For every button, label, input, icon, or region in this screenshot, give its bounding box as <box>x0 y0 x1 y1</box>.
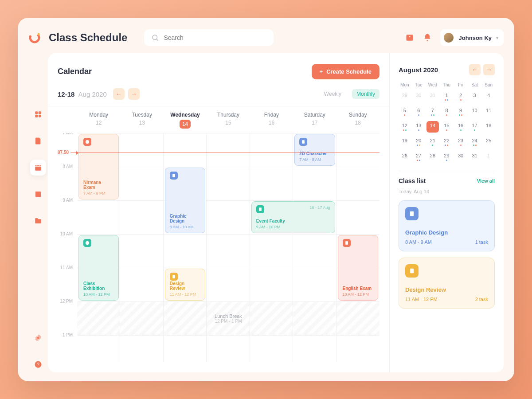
view-monthly[interactable]: Monthly <box>352 89 379 99</box>
hour-label: 10 AM <box>58 231 77 265</box>
mini-day-30[interactable]: 30 <box>413 91 425 102</box>
mini-day-29[interactable]: 29 <box>399 91 411 102</box>
mini-next-button[interactable]: → <box>483 64 495 75</box>
day-header-friday[interactable]: Friday 16 <box>250 112 293 129</box>
doc-icon <box>343 239 351 247</box>
svg-line-3 <box>156 39 158 41</box>
svg-point-12 <box>86 140 89 144</box>
user-menu[interactable]: Johnson Ky ▾ <box>440 29 504 46</box>
create-schedule-button[interactable]: + Create Schedule <box>312 64 379 79</box>
hour-label: 1 PM <box>58 332 77 362</box>
mini-day-27[interactable]: 27 <box>413 151 425 163</box>
view-weekly[interactable]: Weekly <box>320 89 346 99</box>
inbox-icon[interactable] <box>405 33 415 43</box>
mini-day-22[interactable]: 22 <box>441 136 453 148</box>
mini-day-2[interactable]: 2 <box>454 91 467 102</box>
mini-dow: Fri <box>454 82 467 87</box>
mini-day-31[interactable]: 31 <box>426 91 439 102</box>
mini-day-28[interactable]: 28 <box>426 151 439 163</box>
mini-day-4[interactable]: 4 <box>482 91 495 102</box>
mini-day-10[interactable]: 10 <box>469 106 481 117</box>
search-input[interactable] <box>164 34 266 41</box>
mini-day-23[interactable]: 23 <box>454 136 467 148</box>
next-week-button[interactable]: → <box>128 88 140 100</box>
mini-dow: Sat <box>469 82 481 87</box>
mini-day-8[interactable]: 8 <box>441 106 453 117</box>
nav-calendar[interactable] <box>30 160 46 176</box>
class-card-graphic design[interactable]: Graphic Design 8 AM - 9 AM 1 task <box>399 200 495 251</box>
mini-dow: Thu <box>441 82 453 87</box>
avatar <box>443 32 454 43</box>
nav-docs[interactable] <box>30 133 46 149</box>
mini-day-9[interactable]: 9 <box>454 106 467 117</box>
hour-label: 8 AM <box>58 164 77 198</box>
mini-dow: Tue <box>413 82 425 87</box>
mini-day-6[interactable]: 6 <box>413 106 425 117</box>
mini-day-17[interactable]: 17 <box>469 121 481 133</box>
mini-dow: Mon <box>399 82 411 87</box>
day-header-thursday[interactable]: Thursday 15 <box>207 112 250 129</box>
calendar-title: Calendar <box>58 67 92 76</box>
nav-book[interactable] <box>30 186 46 202</box>
mini-day-15[interactable]: 15 <box>441 121 453 133</box>
event-char2d[interactable]: 2D Character 7 AM - 8 AM <box>294 134 335 166</box>
mini-day-1[interactable]: 1 <box>441 91 453 102</box>
prev-week-button[interactable]: ← <box>113 88 125 100</box>
mini-day-1[interactable]: 1 <box>482 151 495 163</box>
mini-day-11[interactable]: 11 <box>482 106 495 117</box>
svg-point-1 <box>38 33 40 35</box>
mini-day-20[interactable]: 20 <box>413 136 425 148</box>
mini-day-26[interactable]: 26 <box>399 151 411 163</box>
mini-day-30[interactable]: 30 <box>454 151 467 163</box>
nav-folder[interactable] <box>30 213 46 229</box>
svg-text:?: ? <box>37 362 39 367</box>
mini-day-29[interactable]: 29 <box>441 151 453 163</box>
mini-day-7[interactable]: 7 <box>426 106 439 117</box>
doc-icon <box>405 207 419 220</box>
svg-point-2 <box>153 35 157 40</box>
chevron-down-icon: ▾ <box>496 35 498 40</box>
mini-day-3[interactable]: 3 <box>469 91 481 102</box>
nav-dashboard[interactable] <box>30 106 46 122</box>
svg-point-7 <box>39 115 41 117</box>
mini-day-13[interactable]: 13 <box>413 121 425 133</box>
day-header-tuesday[interactable]: Tuesday 13 <box>120 112 163 129</box>
mini-day-18[interactable]: 18 <box>482 121 495 133</box>
hour-label: 7 AM <box>58 133 77 164</box>
event-graphic[interactable]: Graphic Design 8 AM - 10 AM <box>165 168 205 233</box>
mini-day-19[interactable]: 19 <box>399 136 411 148</box>
mini-day-21[interactable]: 21 <box>426 136 439 148</box>
view-toggle: Weekly Monthly <box>320 89 379 99</box>
svg-rect-4 <box>35 111 38 114</box>
nav-help[interactable]: ? <box>30 356 46 372</box>
hour-label: 9 AM <box>58 198 77 231</box>
day-header-saturday[interactable]: Saturday 17 <box>293 112 336 129</box>
nav-settings[interactable] <box>30 330 46 346</box>
event-english[interactable]: English Exam 10 AM - 12 PM <box>338 235 378 301</box>
doc-icon <box>405 264 419 278</box>
mini-day-25[interactable]: 25 <box>482 136 495 148</box>
mini-day-24[interactable]: 24 <box>469 136 481 148</box>
mini-prev-button[interactable]: ← <box>469 64 481 75</box>
search-box[interactable] <box>144 29 274 46</box>
class-card-design review[interactable]: Design Review 11 AM - 12 PM 2 task <box>399 258 495 309</box>
event-nirmana[interactable]: Nirmana Exam 7 AM - 9 PM <box>78 134 119 200</box>
svg-point-16 <box>86 241 89 245</box>
day-header-monday[interactable]: Monday 12 <box>77 112 120 129</box>
doc-icon <box>299 138 307 146</box>
mini-day-16[interactable]: 16 <box>454 121 467 133</box>
mini-day-12[interactable]: 12 <box>399 121 411 133</box>
mini-day-5[interactable]: 5 <box>399 106 411 117</box>
mini-day-31[interactable]: 31 <box>469 151 481 163</box>
event-designrev[interactable]: Design Review 11 AM - 12 PM <box>165 269 205 301</box>
bell-icon[interactable] <box>422 33 432 43</box>
mini-dow: Sun <box>482 82 495 87</box>
day-header-wednesday[interactable]: Wednesday 14 <box>164 112 207 129</box>
hour-label: 11 AM <box>58 265 77 299</box>
mini-day-14[interactable]: 14 <box>426 121 439 133</box>
check-icon <box>83 239 91 247</box>
view-all-link[interactable]: View all <box>477 178 495 184</box>
event-eventfac[interactable]: 16 - 17 Aug Event Faculty 9 AM - 10 PM <box>251 201 335 233</box>
day-header-sunday[interactable]: Sunday 18 <box>336 112 379 129</box>
event-classex[interactable]: Class Exhibition 10 AM - 12 PM <box>78 235 119 301</box>
